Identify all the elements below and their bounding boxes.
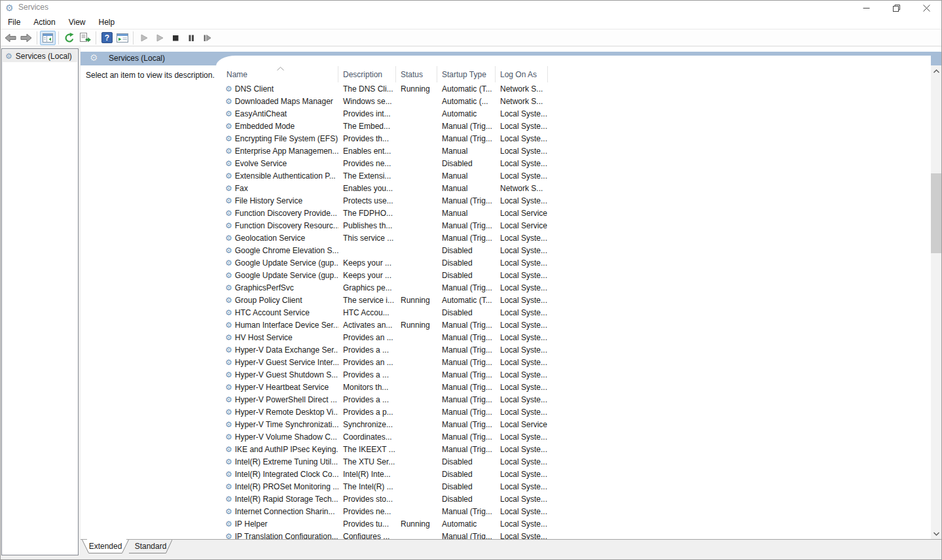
column-header-startup-type[interactable]: Startup Type xyxy=(437,66,496,82)
table-row[interactable]: ⚙ Hyper-V PowerShell Direct ... Provides… xyxy=(216,393,931,406)
column-header-log-on-as[interactable]: Log On As xyxy=(496,66,548,82)
table-row[interactable]: ⚙ Hyper-V Heartbeat Service Monitors th.… xyxy=(216,381,931,393)
table-row[interactable]: ⚙ Downloaded Maps Manager Windows se... … xyxy=(216,95,931,107)
service-gear-icon: ⚙ xyxy=(225,283,232,292)
service-gear-icon: ⚙ xyxy=(225,84,232,94)
column-header-status[interactable]: Status xyxy=(396,66,437,82)
table-row[interactable]: ⚙ Geolocation Service This service ... M… xyxy=(216,232,931,244)
tree-item-services-local[interactable]: ⚙ Services (Local) xyxy=(3,50,77,62)
table-row[interactable]: ⚙ Intel(R) Integrated Clock Co... Intel(… xyxy=(216,468,931,480)
table-row[interactable]: ⚙ Intel(R) PROSet Monitoring ... The Int… xyxy=(216,480,931,493)
service-gear-icon: ⚙ xyxy=(225,147,232,156)
vertical-scrollbar[interactable] xyxy=(931,65,942,539)
table-row[interactable]: ⚙ Fax Enables you... Manual Network S... xyxy=(216,182,931,194)
service-gear-icon: ⚙ xyxy=(225,184,232,193)
service-description: Provides a ... xyxy=(338,395,396,404)
restore-button[interactable] xyxy=(881,1,911,16)
table-row[interactable]: ⚙ Human Interface Device Ser... Activate… xyxy=(216,319,931,331)
table-row[interactable]: ⚙ Hyper-V Time Synchronizati... Synchron… xyxy=(216,418,931,430)
resume-service-button[interactable] xyxy=(152,31,168,45)
column-header-description[interactable]: Description xyxy=(338,66,396,82)
service-name: GraphicsPerfSvc xyxy=(235,283,294,292)
service-gear-icon: ⚙ xyxy=(225,308,232,317)
service-startup-type: Automatic (T... xyxy=(437,296,496,305)
table-row[interactable]: ⚙ Google Chrome Elevation S... Disabled … xyxy=(216,244,931,256)
table-row[interactable]: ⚙ Hyper-V Remote Desktop Vi... Provides … xyxy=(216,406,931,418)
service-startup-type: Automatic xyxy=(437,109,496,118)
table-row[interactable]: ⚙ File History Service Protects use... M… xyxy=(216,194,931,207)
service-name: Fax xyxy=(235,184,248,193)
service-gear-icon: ⚙ xyxy=(225,383,232,392)
service-gear-icon: ⚙ xyxy=(225,296,232,305)
menu-action[interactable]: Action xyxy=(27,16,62,29)
service-name: Geolocation Service xyxy=(235,234,305,243)
menu-help[interactable]: Help xyxy=(92,16,122,29)
tab-standard[interactable]: Standard xyxy=(129,540,172,553)
table-row[interactable]: ⚙ Internet Connection Sharin... Provides… xyxy=(216,505,931,517)
table-row[interactable]: ⚙ Embedded Mode The Embed... Manual (Tri… xyxy=(216,120,931,132)
table-row[interactable]: ⚙ Hyper-V Guest Shutdown S... Provides a… xyxy=(216,368,931,381)
table-row[interactable]: ⚙ Hyper-V Data Exchange Ser... Provides … xyxy=(216,343,931,356)
description-hint: Select an item to view its description. xyxy=(86,71,215,80)
service-log-on-as: Local Syste... xyxy=(496,296,548,305)
service-log-on-as: Network S... xyxy=(496,84,548,94)
pane-title: Services (Local) xyxy=(109,52,165,65)
service-log-on-as: Local Syste... xyxy=(496,470,548,479)
service-name: Function Discovery Provide... xyxy=(235,209,337,218)
table-row[interactable]: ⚙ Extensible Authentication P... The Ext… xyxy=(216,169,931,182)
service-description: The Extensi... xyxy=(338,171,396,181)
table-row[interactable]: ⚙ Google Update Service (gup... Keeps yo… xyxy=(216,269,931,281)
service-log-on-as: Local Syste... xyxy=(496,283,548,292)
table-row[interactable]: ⚙ DNS Client The DNS Cli... Running Auto… xyxy=(216,82,931,95)
restart-service-button[interactable] xyxy=(199,31,215,45)
table-row[interactable]: ⚙ Encrypting File System (EFS) Provides … xyxy=(216,132,931,145)
service-gear-icon: ⚙ xyxy=(225,171,232,181)
menu-file[interactable]: File xyxy=(1,16,27,29)
service-description: Provides a ... xyxy=(338,370,396,379)
stop-service-button[interactable] xyxy=(168,31,183,45)
table-row[interactable]: ⚙ Google Update Service (gup... Keeps yo… xyxy=(216,256,931,269)
show-description-pane-button[interactable] xyxy=(115,31,130,45)
service-gear-icon: ⚙ xyxy=(225,122,232,131)
table-row[interactable]: ⚙ Hyper-V Guest Service Inter... Provide… xyxy=(216,356,931,368)
forward-button[interactable] xyxy=(18,31,34,45)
table-row[interactable]: ⚙ EasyAntiCheat Provides int... Automati… xyxy=(216,107,931,120)
export-list-button[interactable] xyxy=(77,31,93,45)
minimize-button[interactable] xyxy=(851,1,881,16)
back-button[interactable] xyxy=(3,31,18,45)
svg-text:?: ? xyxy=(104,33,109,43)
refresh-button[interactable] xyxy=(62,31,77,45)
table-row[interactable]: ⚙ Function Discovery Resourc... Publishe… xyxy=(216,219,931,232)
table-row[interactable]: ⚙ Hyper-V Volume Shadow C... Coordinates… xyxy=(216,430,931,443)
table-row[interactable]: ⚙ Group Policy Client The service i... R… xyxy=(216,294,931,306)
table-row[interactable]: ⚙ Intel(R) Extreme Tuning Util... The XT… xyxy=(216,455,931,468)
close-button[interactable] xyxy=(911,1,941,16)
table-row[interactable]: ⚙ Evolve Service Provides ne... Disabled… xyxy=(216,157,931,169)
pause-service-button[interactable] xyxy=(183,31,199,45)
table-row[interactable]: ⚙ Enterprise App Managemen... Enables en… xyxy=(216,145,931,157)
scroll-up-button[interactable] xyxy=(931,65,942,77)
column-header-name[interactable]: Name xyxy=(216,66,338,82)
toolbar-separator xyxy=(133,31,134,44)
service-log-on-as: Local Syste... xyxy=(496,159,548,168)
scrollbar-thumb[interactable] xyxy=(931,173,942,253)
table-row[interactable]: ⚙ IKE and AuthIP IPsec Keying... The IKE… xyxy=(216,443,931,455)
start-service-button[interactable] xyxy=(136,31,152,45)
scroll-down-button[interactable] xyxy=(931,528,942,539)
tab-extended[interactable]: Extended xyxy=(82,540,129,553)
stop-icon xyxy=(172,34,179,42)
menu-view[interactable]: View xyxy=(62,16,92,29)
table-row[interactable]: ⚙ HV Host Service Provides an ... Manual… xyxy=(216,331,931,343)
show-console-tree-button[interactable] xyxy=(40,31,56,45)
service-log-on-as: Local Syste... xyxy=(496,519,548,529)
service-log-on-as: Local Syste... xyxy=(496,109,548,118)
table-row[interactable]: ⚙ GraphicsPerfSvc Graphics pe... Manual … xyxy=(216,281,931,294)
table-row[interactable]: ⚙ IP Helper Provides tu... Running Autom… xyxy=(216,517,931,530)
help-button[interactable]: ? xyxy=(99,31,115,45)
table-row[interactable]: ⚙ IP Translation Configuration... Config… xyxy=(216,530,931,539)
table-row[interactable]: ⚙ Intel(R) Rapid Storage Tech... Provide… xyxy=(216,493,931,505)
table-row[interactable]: ⚙ HTC Account Service HTC Accou... Disab… xyxy=(216,306,931,319)
service-gear-icon: ⚙ xyxy=(90,52,98,63)
service-gear-icon: ⚙ xyxy=(225,271,232,280)
table-row[interactable]: ⚙ Function Discovery Provide... The FDPH… xyxy=(216,207,931,219)
